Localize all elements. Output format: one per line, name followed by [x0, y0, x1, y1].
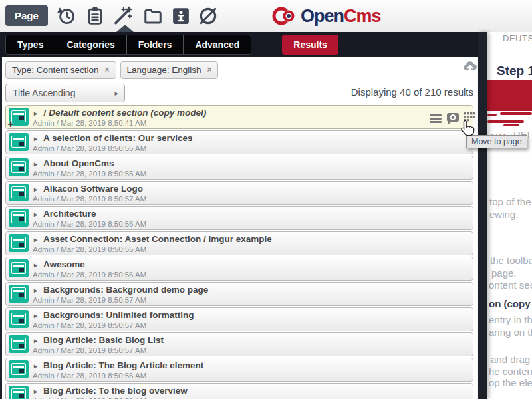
preview-icon[interactable]: [446, 112, 460, 125]
result-list-item[interactable]: ▸Blog Article: The Blog Article element …: [5, 358, 473, 382]
result-list-item[interactable]: + ▸! Default content section (copy model…: [5, 105, 473, 129]
page-button[interactable]: Page: [5, 5, 48, 26]
expand-arrow-icon[interactable]: ▸: [34, 285, 37, 295]
logo-text-open: Open: [301, 5, 344, 27]
content-section-icon: [9, 335, 29, 353]
content-section-icon: +: [9, 108, 29, 126]
bg-text-fragment: aring on th: [489, 327, 532, 338]
magic-wand-icon[interactable]: [112, 6, 132, 26]
upload-icon[interactable]: [462, 59, 478, 74]
editor-toolbar: Page: [0, 0, 532, 33]
tab-types[interactable]: Types: [6, 35, 55, 54]
result-list-item[interactable]: ▸Architecture Admin / Mar 28, 2019 8:50:…: [5, 206, 473, 230]
bg-text-fragment: top of the: [489, 196, 531, 207]
background-page: DEUTSCHStep 1:AL✕RELEtop of theewing.the…: [487, 32, 532, 399]
bg-text-fragment: ewing.: [489, 209, 518, 220]
filter-chip-label: Language: English: [127, 62, 201, 78]
result-list-item[interactable]: ▸Awesome Admin / Mar 28, 2019 8:50:56 AM: [5, 257, 473, 281]
tab-folders[interactable]: Folders: [127, 35, 184, 54]
opencms-logo-icon: [271, 5, 301, 27]
filter-chip-label: Type: Content section: [12, 62, 99, 78]
item-title: ▸Asset Connection: Asset Connection / Im…: [33, 233, 473, 245]
expand-arrow-icon[interactable]: ▸: [34, 259, 37, 270]
folder-icon[interactable]: [143, 6, 163, 26]
sort-order-value: Title Ascending: [6, 88, 75, 98]
item-title: ▸About OpenCms: [33, 158, 473, 169]
bg-text-fragment: and drag: [491, 354, 530, 365]
history-icon[interactable]: [57, 6, 76, 26]
results-list: + ▸! Default content section (copy model…: [5, 105, 473, 399]
opencms-logo: Open Cms: [271, 5, 381, 27]
item-title: ▸Backgrounds: Background demo page: [33, 284, 473, 295]
dialog-anchor-notch: [116, 25, 134, 32]
expand-arrow-icon[interactable]: ▸: [34, 360, 37, 371]
content-section-icon: [9, 310, 29, 328]
result-list-item[interactable]: ▸Blog Article: Basic Blog List Admin / M…: [5, 332, 473, 356]
content-section-icon: [9, 133, 29, 151]
result-list-item[interactable]: ▸Backgrounds: Unlimited formatting Admin…: [5, 307, 473, 331]
expand-arrow-icon[interactable]: ▸: [34, 209, 37, 219]
item-title: ▸Backgrounds: Unlimited formatting: [33, 309, 473, 321]
info-icon[interactable]: [171, 6, 191, 26]
tab-advanced[interactable]: Advanced: [184, 35, 251, 54]
result-list-item[interactable]: ▸Backgrounds: Background demo page Admin…: [5, 282, 473, 306]
item-title: ▸! Default content section (copy model): [33, 107, 473, 118]
item-meta: Admin / Mar 28, 2019 8:50:55 AM: [33, 245, 473, 254]
bg-text-fragment: DEUTSCH: [503, 33, 532, 43]
expand-arrow-icon[interactable]: ▸: [34, 158, 37, 169]
expand-arrow-icon[interactable]: ▸: [34, 184, 37, 194]
item-meta: Admin / Mar 28, 2019 8:50:57 AM: [33, 194, 473, 203]
item-meta: Admin / Mar 28, 2019 8:50:41 AM: [33, 118, 473, 128]
bg-text-fragment: Step 1:: [497, 64, 532, 78]
expand-arrow-icon[interactable]: ▸: [34, 310, 37, 321]
tab-group: Types Categories Folders Advanced: [5, 35, 251, 55]
remove-filter-icon[interactable]: ×: [105, 62, 110, 78]
remove-filter-icon[interactable]: ×: [207, 62, 211, 78]
bg-text-fragment: ontent sect: [489, 279, 532, 291]
bg-red-scribble: [487, 120, 524, 123]
expand-arrow-icon[interactable]: ▸: [34, 133, 37, 144]
filter-chip-language[interactable]: Language: English ×: [120, 61, 219, 79]
item-meta: Admin / Mar 28, 2019 8:50:56 AM: [33, 270, 473, 279]
expand-arrow-icon[interactable]: ▸: [34, 108, 37, 118]
item-meta: Admin / Mar 28, 2019 8:50:57 AM: [33, 295, 473, 305]
content-section-icon: [9, 234, 29, 252]
result-list-item[interactable]: ▸Blog Article: To the blog overview Admi…: [5, 383, 473, 399]
dialog-border: [478, 32, 487, 399]
item-meta: Admin / Mar 28, 2019 8:50:55 AM: [33, 144, 473, 153]
result-list-item[interactable]: ▸A selection of clients: Our services Ad…: [5, 130, 473, 154]
content-section-icon: [9, 158, 29, 176]
item-title: ▸Alkacon Software Logo: [33, 183, 473, 194]
content-section-icon: [9, 285, 29, 303]
bg-text-fragment: entry in the: [489, 314, 532, 325]
dialog-border: [0, 32, 2, 399]
clipboard-icon[interactable]: [85, 6, 105, 26]
logo-text-cms: Cms: [344, 5, 381, 27]
list-icon[interactable]: [429, 112, 442, 125]
result-list-item[interactable]: ▸Asset Connection: Asset Connection / Im…: [5, 231, 473, 255]
content-section-icon: [9, 209, 29, 227]
dropdown-arrow-icon: ▸: [114, 84, 118, 102]
item-meta: Admin / Mar 28, 2019 8:50:56 AM: [33, 219, 473, 229]
result-list-item[interactable]: ▸About OpenCms Admin / Mar 28, 2019 8:50…: [5, 156, 473, 180]
item-title: ▸A selection of clients: Our services: [33, 132, 473, 144]
item-meta: Admin / Mar 28, 2019 8:50:55 AM: [33, 169, 473, 178]
item-title: ▸Awesome: [33, 259, 473, 270]
bg-text-fragment: the toolba: [490, 255, 532, 266]
expand-arrow-icon[interactable]: ▸: [34, 386, 37, 396]
gallery-dialog-body: Type: Content section × Language: Englis…: [2, 57, 478, 399]
tab-categories[interactable]: Categories: [55, 35, 126, 54]
results-summary: Displaying 40 of 210 results: [351, 86, 473, 98]
hand-cursor-icon: [460, 120, 475, 140]
result-list-item[interactable]: ▸Alkacon Software Logo Admin / Mar 28, 2…: [5, 181, 473, 205]
publish-icon[interactable]: [198, 6, 218, 26]
sort-order-select[interactable]: Title Ascending ▸: [5, 84, 125, 102]
filter-chips: Type: Content section × Language: Englis…: [5, 61, 218, 79]
expand-arrow-icon[interactable]: ▸: [34, 335, 37, 346]
tab-results[interactable]: Results: [282, 35, 338, 55]
bg-text-fragment: page.: [491, 267, 517, 279]
filter-chip-type[interactable]: Type: Content section ×: [5, 61, 116, 79]
item-title: ▸Blog Article: To the blog overview: [33, 385, 473, 396]
expand-arrow-icon[interactable]: ▸: [34, 234, 37, 245]
bg-red-banner: [487, 80, 532, 111]
